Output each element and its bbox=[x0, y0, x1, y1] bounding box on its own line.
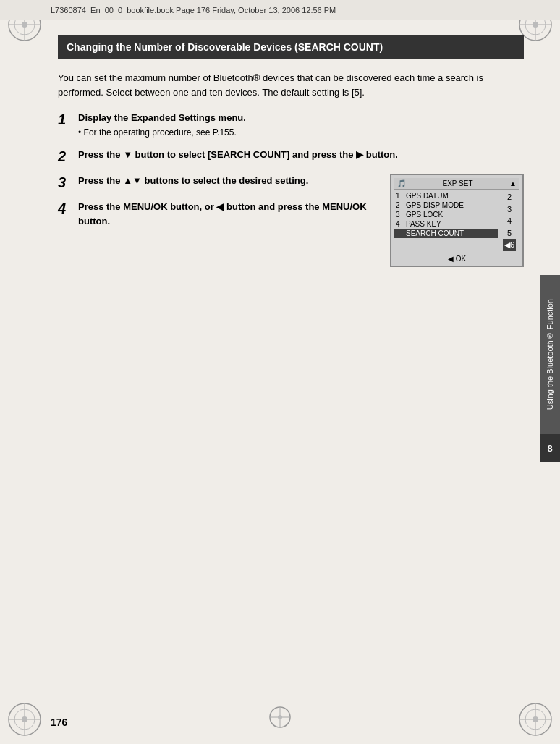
step-4-number: 4 bbox=[58, 200, 78, 217]
step-3-number: 3 bbox=[58, 174, 78, 191]
screen-row-1: 1 GPS DATUM bbox=[394, 191, 498, 200]
step-3-main: Press the ▲▼ buttons to select the desir… bbox=[78, 175, 308, 186]
step-1-content: Display the Expanded Settings menu. • Fo… bbox=[78, 111, 524, 139]
screen-scroll-up: ▲ bbox=[509, 179, 517, 187]
step-2-number: 2 bbox=[58, 148, 78, 165]
step-1: 1 Display the Expanded Settings menu. • … bbox=[58, 111, 524, 139]
screen-row-3: 3 GPS LOCK bbox=[394, 210, 498, 219]
svg-point-19 bbox=[533, 716, 538, 722]
chapter-tab: 8 bbox=[540, 434, 560, 462]
screen-header-label: EXP SET bbox=[443, 179, 473, 187]
step-3-content: Press the ▲▼ buttons to select the desir… bbox=[78, 174, 381, 188]
step-34-text: 3 Press the ▲▼ buttons to select the des… bbox=[58, 174, 381, 267]
header-bar: L7360874_En_00_0_bookfile.book Page 176 … bbox=[0, 0, 560, 20]
intro-paragraph: You can set the maximum number of Blueto… bbox=[58, 71, 524, 99]
screen-row-2: 2 GPS DISP MODE bbox=[394, 200, 498, 210]
step-34-container: 3 Press the ▲▼ buttons to select the des… bbox=[58, 174, 524, 267]
screen-left: 1 GPS DATUM 2 GPS DISP MODE 3 GPS LOCK bbox=[394, 191, 498, 251]
step-1-sub: • For the operating procedure, see P.155… bbox=[78, 127, 237, 138]
screen-right: 2 3 4 5 ◀6 bbox=[499, 191, 519, 251]
device-screen: 🎵 EXP SET ▲ 1 GPS DATUM 2 GPS DISP MODE bbox=[390, 174, 524, 267]
screen-row-4: 4 PASS KEY bbox=[394, 219, 498, 229]
screen-body: 1 GPS DATUM 2 GPS DISP MODE 3 GPS LOCK bbox=[394, 191, 519, 251]
screen-header-icon: 🎵 bbox=[397, 179, 406, 187]
step-1-main: Display the Expanded Settings menu. bbox=[78, 112, 246, 123]
chapter-number: 8 bbox=[547, 443, 552, 454]
step-4-main: Press the MENU/OK button, or ◀ button an… bbox=[78, 201, 367, 227]
step-2: 2 Press the ▼ button to select [SEARCH C… bbox=[58, 148, 524, 165]
step-3: 3 Press the ▲▼ buttons to select the des… bbox=[58, 174, 381, 191]
screen-row-search-count: SEARCH COUNT bbox=[394, 229, 498, 238]
screen-header: 🎵 EXP SET ▲ bbox=[394, 178, 519, 190]
corner-decoration-bl bbox=[6, 701, 43, 738]
side-tab-text: Using the Bluetooth® Function bbox=[546, 299, 554, 410]
page-number: 176 bbox=[51, 716, 67, 728]
main-content: Changing the Number of Discoverable Devi… bbox=[51, 20, 531, 274]
step-1-number: 1 bbox=[58, 111, 78, 128]
section-title: Changing the Number of Discoverable Devi… bbox=[58, 35, 524, 59]
step-2-main: Press the ▼ button to select [SEARCH COU… bbox=[78, 149, 398, 160]
center-bottom-decoration bbox=[267, 704, 293, 732]
svg-point-9 bbox=[533, 22, 538, 28]
svg-point-23 bbox=[278, 715, 282, 719]
step-4: 4 Press the MENU/OK button, or ◀ button … bbox=[58, 200, 381, 228]
step-4-content: Press the MENU/OK button, or ◀ button an… bbox=[78, 200, 381, 228]
step-2-content: Press the ▼ button to select [SEARCH COU… bbox=[78, 148, 524, 162]
svg-point-14 bbox=[22, 716, 27, 722]
header-text: L7360874_En_00_0_bookfile.book Page 176 … bbox=[51, 6, 336, 14]
corner-decoration-br bbox=[517, 701, 554, 738]
screen-footer: ◀ OK bbox=[394, 253, 519, 263]
side-tab: Using the Bluetooth® Function bbox=[540, 275, 560, 434]
svg-point-4 bbox=[22, 22, 27, 28]
steps-container: 1 Display the Expanded Settings menu. • … bbox=[58, 111, 524, 267]
